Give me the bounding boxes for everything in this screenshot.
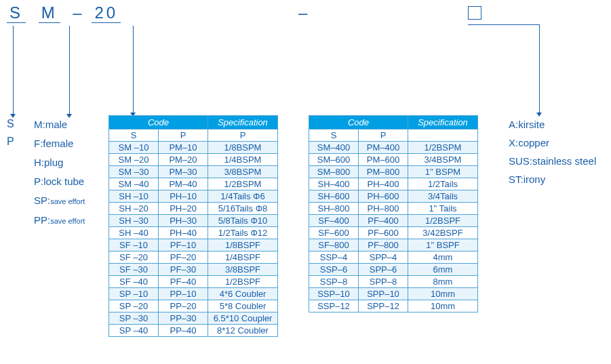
table-row: SM –20PM–201/4BSPM [109,154,278,166]
table-row: SSP–10SPP–1010mm [309,288,478,300]
table-cell: 8mm [408,276,478,288]
arrow-line [133,26,134,113]
table-cell: SM –30 [109,166,159,178]
table-cell: 8*12 Coubler [208,325,278,337]
table-cell: SP –10 [109,288,159,300]
table-cell: SF–600 [309,227,359,239]
table-cell: PM–30 [159,166,208,178]
table-row: SM–800PM–8001" BSPM [309,166,478,178]
table-cell: SH–800 [309,203,359,215]
table-cell: SH–400 [309,178,359,190]
spec-table-1: Code Specification S P P SM –10PM–101/8B… [109,115,278,337]
opt-p: P [7,133,14,150]
table-cell: 5/16Tails Φ8 [208,203,278,215]
table-cell: 10mm [408,300,478,312]
table-cell: SF –10 [109,239,159,251]
prefix-2-options: M:maleF:femaleH:plugP:lock tubeSP:save e… [34,115,85,230]
table-cell: PF–600 [359,227,408,239]
table-cell: 3/8BSPM [208,166,278,178]
table-cell: PM–40 [159,178,208,190]
table-row: SH –10PH–101/4Tails Φ6 [109,190,278,203]
opt-s: S [7,115,14,133]
table-cell: PH–30 [159,215,208,227]
table-cell: PF–400 [359,215,408,227]
suffix-item: ST:irony [509,170,596,188]
table-row: SH–600PH–6003/4Tails [309,190,478,203]
table-cell: 1" BSPF [408,239,478,251]
table-cell: 1/8BSPM [208,142,278,154]
table-cell: 4mm [408,251,478,264]
prefix-2-item: F:female [34,134,85,153]
table-cell: SP –40 [109,325,159,337]
table-row: SF–800PF–8001" BSPF [309,239,478,251]
prefix-2-item: H:plug [34,153,85,172]
table-cell: 1/4Tails Φ6 [208,190,278,203]
table-row: SP –10PP–104*6 Coubler [109,288,278,300]
table-row: SF –30PF–303/8BSPF [109,264,278,276]
table-cell: SM–600 [309,154,359,166]
table-row: SH –20PH–205/16Tails Φ8 [109,203,278,215]
th-spec: Specification [408,116,478,129]
table-row: SM –30PM–303/8BSPM [109,166,278,178]
th-s: S [109,129,159,142]
table-cell: SSP–10 [309,288,359,300]
spec-table-2: Code Specification S P SM–400PM–4001/2BS… [309,115,478,312]
table-cell: PM–600 [359,154,408,166]
prefix-2-item: SP:save effort [34,191,85,211]
table-cell: 10mm [408,288,478,300]
arrow-line [539,24,540,113]
table-cell: 3/8BSPF [208,264,278,276]
table-cell: 4*6 Coubler [208,288,278,300]
table-cell: SM –20 [109,154,159,166]
table-cell: 3/42BSPF [408,227,478,239]
table-cell: PF–40 [159,276,208,288]
table-row: SM –10PM–101/8BSPM [109,142,278,154]
table-cell: 6.5*10 Coupler [208,312,278,325]
table-cell: 3/4BSPM [408,154,478,166]
table-row: SM–400PM–4001/2BSPM [309,142,478,154]
table-cell: PP–10 [159,288,208,300]
table-cell: PM–10 [159,142,208,154]
table-row: SH –30PH–305/8Tails Φ10 [109,215,278,227]
seg-blank-box [468,6,481,20]
table-cell: 1/8BSPF [208,239,278,251]
table-cell: SPP–8 [359,276,408,288]
table-cell: PF–800 [359,239,408,251]
table-cell: 5*8 Coubler [208,300,278,312]
th-spec: Specification [208,116,278,129]
table-cell: SH –10 [109,190,159,203]
table-row: SM–600PM–6003/4BSPM [309,154,478,166]
table-row: SF–400PF–4001/2BSPF [309,215,478,227]
table-cell: SM–400 [309,142,359,154]
prefix-2-item: M:male [34,115,85,134]
table-cell: 1/4BSPM [208,154,278,166]
table-cell: SF –40 [109,276,159,288]
prefix-2-item: PP:save effort [34,211,85,230]
arrow-line [13,26,14,114]
table-cell: PH–400 [359,178,408,190]
table-cell: PM–800 [359,166,408,178]
table-cell: SM–800 [309,166,359,178]
th-p: P [359,129,408,142]
table-cell: 1/2Tails Φ12 [208,227,278,239]
suffix-options: A:kirsiteX:copperSUS:stainless steelST:i… [509,115,596,188]
table-row: SF –40PF–401/2BSPF [109,276,278,288]
table-cell: SH –20 [109,203,159,215]
sep: – [73,3,84,22]
table-cell: SPP–4 [359,251,408,264]
table-cell: SF–800 [309,239,359,251]
table-cell: 1/2BSPF [408,215,478,227]
arrow-line [468,24,539,25]
table-cell: SH –40 [109,227,159,239]
table-cell: PH–600 [359,190,408,203]
table-cell: SSP–6 [309,264,359,276]
table-cell: 1" Tails [408,203,478,215]
table-row: SF –10PF–101/8BSPF [109,239,278,251]
suffix-item: A:kirsite [509,115,596,134]
table-cell: 1/2BSPM [208,178,278,190]
table-row: SP –30PP–306.5*10 Coupler [109,312,278,325]
table-row: SM –40PM–401/2BSPM [109,178,278,190]
table-cell: SM –40 [109,178,159,190]
table-cell: SM –10 [109,142,159,154]
table-row: SP –40PP–408*12 Coubler [109,325,278,337]
